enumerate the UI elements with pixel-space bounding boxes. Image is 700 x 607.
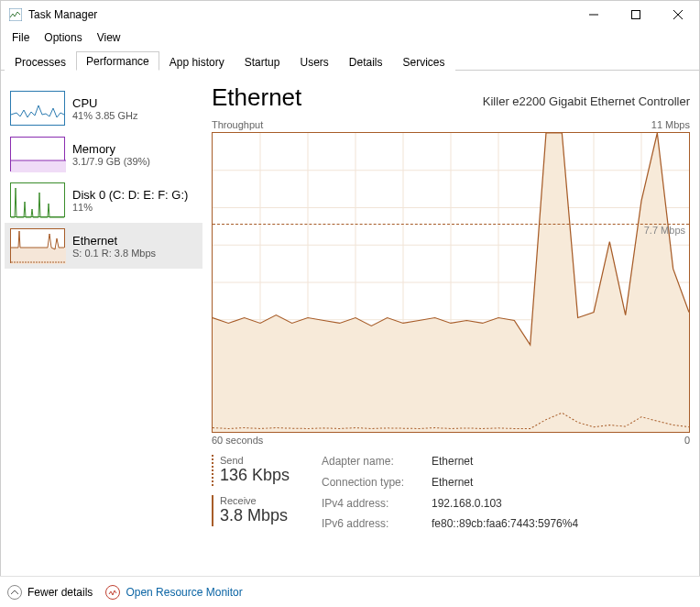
open-resource-monitor-link[interactable]: Open Resource Monitor: [105, 585, 242, 600]
sidebar-item-ethernet[interactable]: Ethernet S: 0.1 R: 3.8 Mbps: [5, 223, 202, 269]
info-conntype-val: Ethernet: [432, 476, 578, 494]
sidebar-item-disk[interactable]: Disk 0 (C: D: E: F: G:) 11%: [5, 177, 202, 223]
sidebar-disk-sub: 11%: [72, 202, 188, 213]
maximize-button[interactable]: [615, 1, 657, 28]
tab-services[interactable]: Services: [393, 52, 455, 71]
throughput-chart: 7.7 Mbps: [212, 132, 690, 433]
send-value: 136 Kbps: [220, 466, 290, 485]
sidebar-disk-title: Disk 0 (C: D: E: F: G:): [72, 188, 188, 202]
close-button[interactable]: [657, 1, 699, 28]
disk-thumb-icon: [10, 182, 65, 217]
app-icon: [8, 7, 23, 22]
sidebar-memory-title: Memory: [72, 142, 150, 156]
threshold-line: [213, 224, 689, 225]
title-bar: Task Manager: [1, 1, 699, 28]
window-title: Task Manager: [28, 8, 573, 21]
svg-rect-7: [11, 248, 66, 264]
content-area: CPU 41% 3.85 GHz Memory 3.1/7.9 GB (39%)…: [1, 71, 699, 579]
info-ipv6-key: IPv6 address:: [322, 517, 432, 535]
tab-processes[interactable]: Processes: [5, 52, 76, 71]
sidebar-ethernet-title: Ethernet: [72, 234, 156, 248]
sidebar-cpu-title: CPU: [72, 96, 138, 110]
receive-label: Receive: [220, 495, 288, 506]
chart-xaxis-right: 0: [684, 435, 690, 446]
tab-performance[interactable]: Performance: [76, 51, 159, 71]
svg-rect-2: [632, 11, 640, 19]
ethernet-thumb-icon: [10, 228, 65, 263]
menu-file[interactable]: File: [5, 29, 37, 46]
memory-thumb-icon: [10, 137, 65, 171]
info-ipv4-key: IPv4 address:: [322, 497, 432, 515]
tab-users[interactable]: Users: [290, 52, 338, 71]
fewer-details-label: Fewer details: [27, 586, 93, 599]
receive-marker-icon: [212, 495, 214, 526]
main-panel: Ethernet Killer e2200 Gigabit Ethernet C…: [202, 80, 690, 579]
sidebar-ethernet-sub: S: 0.1 R: 3.8 Mbps: [72, 248, 156, 259]
send-label: Send: [220, 455, 290, 466]
info-adapter-key: Adapter name:: [322, 455, 432, 473]
chart-label-throughput: Throughput: [212, 119, 263, 130]
sidebar: CPU 41% 3.85 GHz Memory 3.1/7.9 GB (39%)…: [5, 80, 202, 579]
tab-details[interactable]: Details: [339, 52, 393, 71]
footer: Fewer details Open Resource Monitor: [0, 576, 700, 607]
info-ipv6-val: fe80::89cb:faa6:7443:5976%4: [432, 517, 578, 535]
menu-bar: File Options View: [1, 28, 699, 47]
menu-view[interactable]: View: [90, 29, 128, 46]
chart-svg: [213, 133, 689, 432]
open-resource-monitor-label: Open Resource Monitor: [126, 586, 242, 599]
sidebar-memory-sub: 3.1/7.9 GB (39%): [72, 156, 150, 167]
minimize-button[interactable]: [573, 1, 615, 28]
info-ipv4-val: 192.168.0.103: [432, 497, 578, 515]
svg-rect-5: [11, 160, 66, 172]
send-marker-icon: [212, 455, 214, 486]
connection-info: Adapter name: Ethernet Connection type: …: [322, 455, 578, 535]
chart-label-max: 11 Mbps: [651, 119, 690, 130]
chart-xaxis-left: 60 seconds: [212, 435, 263, 446]
fewer-details-button[interactable]: Fewer details: [7, 585, 93, 600]
sidebar-item-cpu[interactable]: CPU 41% 3.85 GHz: [5, 85, 202, 131]
info-adapter-val: Ethernet: [432, 455, 578, 473]
sidebar-item-memory[interactable]: Memory 3.1/7.9 GB (39%): [5, 131, 202, 177]
chevron-up-icon: [7, 585, 22, 600]
receive-value: 3.8 Mbps: [220, 506, 288, 525]
resource-monitor-icon: [105, 585, 120, 600]
menu-options[interactable]: Options: [37, 29, 89, 46]
adapter-name-full: Killer e2200 Gigabit Ethernet Controller: [483, 94, 690, 108]
tab-strip: Processes Performance App history Startu…: [1, 50, 699, 71]
tab-app-history[interactable]: App history: [159, 52, 235, 71]
cpu-thumb-icon: [10, 91, 65, 126]
threshold-label: 7.7 Mbps: [644, 225, 685, 236]
sidebar-cpu-sub: 41% 3.85 GHz: [72, 110, 138, 121]
tab-startup[interactable]: Startup: [235, 52, 290, 71]
info-conntype-key: Connection type:: [322, 476, 432, 494]
page-title: Ethernet: [212, 83, 301, 112]
